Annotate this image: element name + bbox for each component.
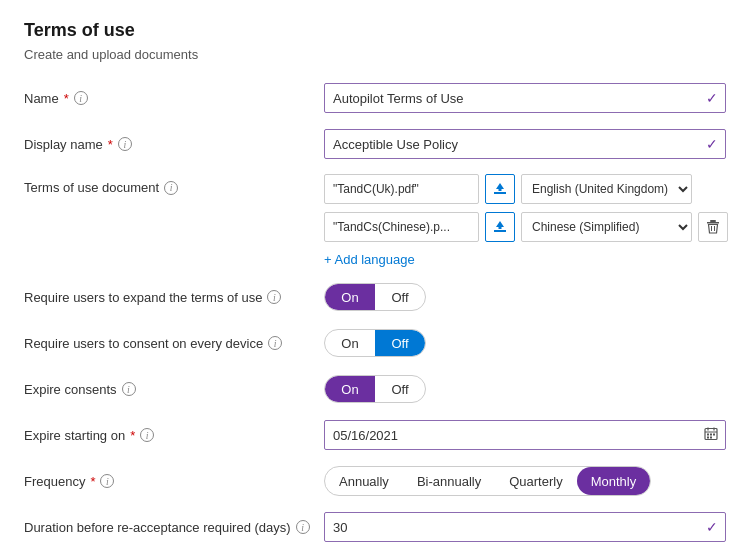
expand-toggle-group: On Off [324, 283, 426, 311]
consent-toggle-group: On Off [324, 329, 426, 357]
frequency-info-icon[interactable]: i [100, 474, 114, 488]
doc1-row: English (United Kingdom) Chinese (Simpli… [324, 174, 728, 204]
svg-marker-3 [496, 221, 504, 229]
duration-label-text: Duration before re-acceptance required (… [24, 520, 291, 535]
expire-starting-label-text: Expire starting on [24, 428, 125, 443]
doc2-row: Chinese (Simplified) English (United Kin… [324, 212, 728, 242]
display-name-check-icon: ✓ [706, 136, 718, 152]
name-check-icon: ✓ [706, 90, 718, 106]
expand-on-button[interactable]: On [325, 284, 375, 310]
frequency-required: * [90, 474, 95, 489]
name-required: * [64, 91, 69, 106]
expire-row: Expire consents i On Off [24, 373, 726, 405]
doc1-language-select[interactable]: English (United Kingdom) Chinese (Simpli… [521, 174, 692, 204]
expand-row: Require users to expand the terms of use… [24, 281, 726, 313]
duration-check-icon: ✓ [706, 519, 718, 535]
name-input[interactable] [324, 83, 726, 113]
display-name-info-icon[interactable]: i [118, 137, 132, 151]
freq-biannually-button[interactable]: Bi-annually [403, 467, 495, 495]
name-input-wrap: ✓ [324, 83, 726, 113]
frequency-label: Frequency * i [24, 474, 324, 489]
duration-input[interactable] [324, 512, 726, 542]
doc2-filename-input[interactable] [324, 212, 479, 242]
expire-toggle-group: On Off [324, 375, 426, 403]
svg-rect-5 [707, 222, 719, 224]
doc1-upload-button[interactable] [485, 174, 515, 204]
page-subtitle: Create and upload documents [24, 47, 726, 62]
expire-label: Expire consents i [24, 382, 324, 397]
page-title: Terms of use [24, 20, 726, 41]
consent-label: Require users to consent on every device… [24, 336, 324, 351]
frequency-label-text: Frequency [24, 474, 85, 489]
terms-doc-area: English (United Kingdom) Chinese (Simpli… [324, 174, 728, 267]
expire-label-text: Expire consents [24, 382, 117, 397]
calendar-svg [704, 427, 718, 441]
svg-rect-12 [707, 434, 709, 436]
terms-doc-label-text: Terms of use document [24, 180, 159, 195]
calendar-icon[interactable] [704, 427, 718, 444]
doc1-filename-input[interactable] [324, 174, 479, 204]
add-language-link[interactable]: + Add language [324, 252, 728, 267]
name-info-icon[interactable]: i [74, 91, 88, 105]
svg-rect-4 [710, 220, 716, 222]
expand-label: Require users to expand the terms of use… [24, 290, 324, 305]
terms-doc-info-icon[interactable]: i [164, 181, 178, 195]
duration-input-wrap: ✓ [324, 512, 726, 542]
frequency-group: Annually Bi-annually Quarterly Monthly [324, 466, 651, 496]
terms-doc-row: Terms of use document i English (United … [24, 174, 726, 267]
svg-marker-1 [496, 183, 504, 191]
duration-info-icon[interactable]: i [296, 520, 310, 534]
duration-row: Duration before re-acceptance required (… [24, 511, 726, 543]
freq-monthly-button[interactable]: Monthly [577, 467, 651, 495]
display-name-input-wrap: ✓ [324, 129, 726, 159]
consent-on-button[interactable]: On [325, 330, 375, 356]
expire-off-button[interactable]: Off [375, 376, 425, 402]
expand-info-icon[interactable]: i [267, 290, 281, 304]
name-row: Name * i ✓ [24, 82, 726, 114]
svg-rect-14 [713, 434, 715, 436]
expire-starting-label: Expire starting on * i [24, 428, 324, 443]
doc2-upload-button[interactable] [485, 212, 515, 242]
display-name-row: Display name * i ✓ [24, 128, 726, 160]
doc2-language-select[interactable]: Chinese (Simplified) English (United Kin… [521, 212, 692, 242]
expire-info-icon[interactable]: i [122, 382, 136, 396]
consent-label-text: Require users to consent on every device [24, 336, 263, 351]
display-name-required: * [108, 137, 113, 152]
svg-rect-13 [710, 434, 712, 436]
freq-annually-button[interactable]: Annually [325, 467, 403, 495]
duration-label: Duration before re-acceptance required (… [24, 520, 324, 535]
upload-icon [493, 182, 507, 196]
trash-icon [705, 219, 721, 235]
expire-on-button[interactable]: On [325, 376, 375, 402]
upload-icon-2 [493, 220, 507, 234]
expire-starting-row: Expire starting on * i [24, 419, 726, 451]
expand-label-text: Require users to expand the terms of use [24, 290, 262, 305]
display-name-label-text: Display name [24, 137, 103, 152]
name-label-text: Name [24, 91, 59, 106]
svg-rect-0 [494, 192, 506, 194]
svg-rect-16 [710, 437, 712, 439]
svg-rect-2 [494, 230, 506, 232]
consent-off-button[interactable]: Off [375, 330, 425, 356]
display-name-label: Display name * i [24, 137, 324, 152]
frequency-toggle-area: Annually Bi-annually Quarterly Monthly [324, 466, 726, 496]
expire-starting-required: * [130, 428, 135, 443]
freq-quarterly-button[interactable]: Quarterly [495, 467, 576, 495]
expire-starting-input[interactable] [324, 420, 726, 450]
consent-info-icon[interactable]: i [268, 336, 282, 350]
expire-toggle-area: On Off [324, 375, 726, 403]
expire-starting-input-wrap [324, 420, 726, 450]
name-label: Name * i [24, 91, 324, 106]
doc2-delete-button[interactable] [698, 212, 728, 242]
consent-toggle-area: On Off [324, 329, 726, 357]
expand-toggle-area: On Off [324, 283, 726, 311]
frequency-row: Frequency * i Annually Bi-annually Quart… [24, 465, 726, 497]
display-name-input[interactable] [324, 129, 726, 159]
expand-off-button[interactable]: Off [375, 284, 425, 310]
expire-starting-info-icon[interactable]: i [140, 428, 154, 442]
consent-row: Require users to consent on every device… [24, 327, 726, 359]
terms-doc-label: Terms of use document i [24, 174, 324, 195]
svg-rect-15 [707, 437, 709, 439]
